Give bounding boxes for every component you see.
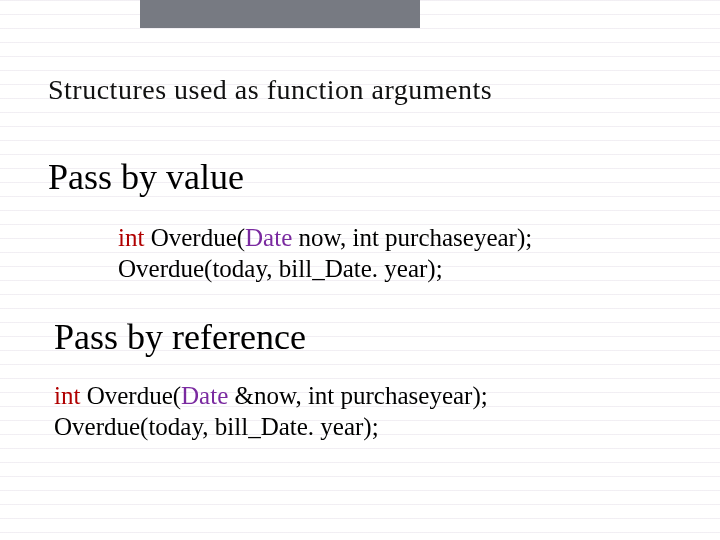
type-date: Date <box>181 382 228 409</box>
code-text: &now, int purchaseyear); <box>228 382 487 409</box>
code-pass-by-value: int Overdue(Date now, int purchaseyear);… <box>118 222 532 285</box>
code-text: Overdue( <box>80 382 181 409</box>
type-date: Date <box>245 224 292 251</box>
heading-pass-by-value: Pass by value <box>48 156 244 198</box>
code-pass-by-reference: int Overdue(Date &now, int purchaseyear)… <box>54 380 488 443</box>
keyword-int: int <box>54 382 80 409</box>
code-text: Overdue(today, bill_Date. year); <box>118 255 443 282</box>
code-text: Overdue( <box>144 224 245 251</box>
slide-content: Structures used as function arguments Pa… <box>0 0 720 540</box>
heading-pass-by-reference: Pass by reference <box>54 316 306 358</box>
keyword-int: int <box>118 224 144 251</box>
slide-title: Structures used as function arguments <box>48 74 492 106</box>
code-text: Overdue(today, bill_Date. year); <box>54 413 379 440</box>
code-text: now, int purchaseyear); <box>292 224 532 251</box>
